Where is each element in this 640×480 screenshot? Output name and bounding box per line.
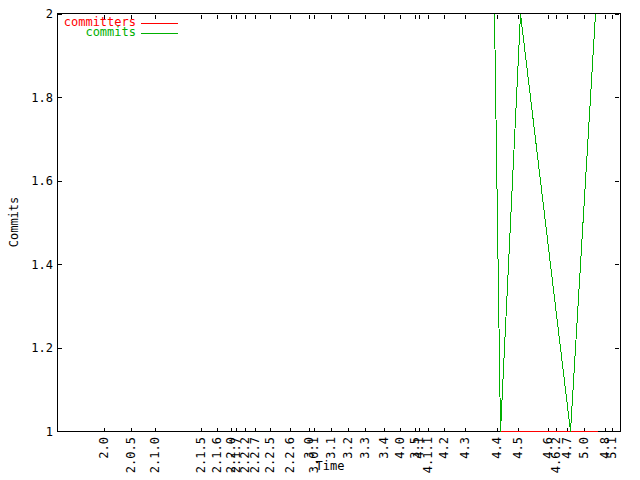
x-tick-label: 3.2: [341, 437, 355, 459]
x-tick-label: 3.3: [358, 437, 372, 459]
x-tick-label: 2.2.7: [248, 437, 262, 473]
x-tick-label: 4.3: [458, 437, 472, 459]
x-tick-label: 2.2.6: [283, 437, 297, 473]
x-tick-label: 4.1.1: [421, 437, 435, 473]
gnuplot-chart: Commits Time 2.02.0.52.1.02.1.52.1.62.2.…: [0, 0, 640, 480]
x-tick-label: 3.0.1: [307, 437, 321, 473]
x-tick-label: 2.1.0: [148, 437, 162, 473]
x-tick-label: 2.0.5: [124, 437, 138, 473]
x-tick-label: 4.7: [560, 437, 574, 459]
y-tick-label: 1.4: [31, 258, 53, 272]
series-line-commits: [495, 14, 596, 432]
plot-canvas: [0, 0, 640, 480]
x-tick-label: 2.2.5: [263, 437, 277, 473]
x-tick-label: 4.4: [490, 437, 504, 459]
x-tick-label: 3.4: [377, 437, 391, 459]
y-axis-title: Commits: [7, 162, 21, 282]
x-tick-label: 2.0: [97, 437, 111, 459]
y-tick-label: 1.8: [31, 91, 53, 105]
y-tick-label: 1: [46, 425, 53, 439]
x-tick-label: 3.1: [324, 437, 338, 459]
y-tick-label: 1.2: [31, 341, 53, 355]
x-tick-label: 5.1: [605, 437, 619, 459]
x-tick-label: 4.5: [511, 437, 525, 459]
x-tick-label: 5.0: [577, 437, 591, 459]
legend-label-commits: commits: [85, 25, 136, 39]
x-tick-label: 2.1.6: [210, 437, 224, 473]
plot-border: [58, 14, 621, 432]
x-tick-label: 4.2: [437, 437, 451, 459]
x-tick-label: 4.0: [393, 437, 407, 459]
x-tick-label: 2.1.5: [194, 437, 208, 473]
x-axis-title: Time: [290, 459, 370, 473]
y-tick-label: 1.6: [31, 174, 53, 188]
y-tick-label: 2: [46, 7, 53, 21]
